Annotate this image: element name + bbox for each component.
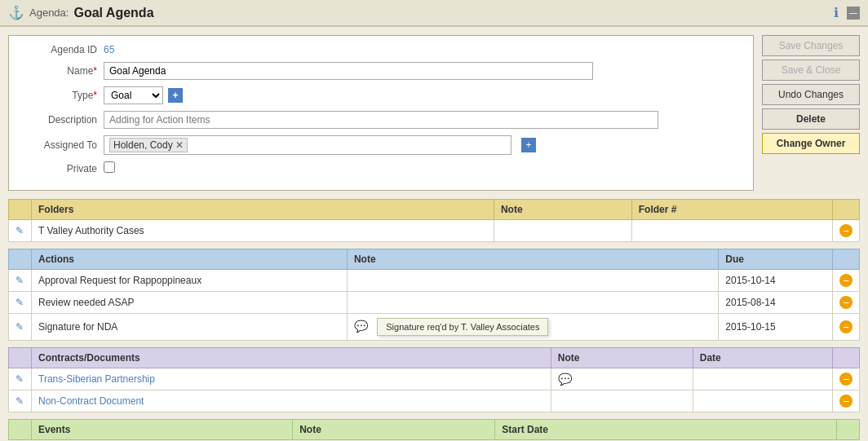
actions-table: Actions Note Due ✎ Approval Request for … <box>8 249 860 341</box>
remove-action-button[interactable]: − <box>839 320 852 333</box>
contract-date <box>693 390 832 412</box>
header-label: Agenda: <box>29 7 69 19</box>
events-table: Events Note Start Date <box>8 419 860 440</box>
action-due: 2015-10-15 <box>719 314 833 341</box>
form-section: Agenda ID 65 Name* Type* Goal Action <box>8 35 754 191</box>
actions-col-note: Note <box>347 249 718 270</box>
folders-col-note: Note <box>494 200 631 220</box>
save-changes-button[interactable]: Save Changes <box>762 35 860 56</box>
table-row: ✎ Trans-Siberian Partnership 💬 − <box>9 368 860 390</box>
tooltip-box: Signature req'd by T. Valley Associates <box>377 318 548 336</box>
app-header: ⚓ Agenda: Goal Agenda ℹ — <box>0 0 868 27</box>
assigned-tag: Holden, Cody ✕ <box>109 138 188 152</box>
action-name: Signature for NDA <box>32 314 348 341</box>
sections-area: Folders Note Folder # ✎ T Valley Authori… <box>0 199 868 441</box>
contracts-col-note: Note <box>551 348 693 368</box>
edit-icon[interactable]: ✎ <box>16 297 24 308</box>
private-checkbox[interactable] <box>104 161 115 173</box>
description-input[interactable] <box>104 111 658 129</box>
remove-folder-button[interactable]: − <box>839 224 852 237</box>
folders-col-num: Folder # <box>631 200 832 220</box>
contract-date <box>693 368 832 390</box>
folders-table: Folders Note Folder # ✎ T Valley Authori… <box>8 199 860 242</box>
remove-contract-button[interactable]: − <box>839 373 852 386</box>
events-col-name: Events <box>32 420 293 440</box>
contracts-table: Contracts/Documents Note Date ✎ Trans-Si… <box>8 347 860 412</box>
minimize-button[interactable]: — <box>847 7 860 20</box>
assigned-field: Holden, Cody ✕ <box>104 135 512 155</box>
remove-action-button[interactable]: − <box>839 296 852 309</box>
sidebar-buttons: Save Changes Save & Close Undo Changes D… <box>762 35 860 191</box>
edit-icon[interactable]: ✎ <box>16 225 24 236</box>
edit-icon[interactable]: ✎ <box>16 321 24 333</box>
action-due: 2015-08-14 <box>719 292 833 314</box>
type-select[interactable]: Goal Action Meeting <box>104 86 163 104</box>
agenda-id-row: Agenda ID 65 <box>22 44 740 55</box>
private-label: Private <box>22 163 104 174</box>
action-note: 💬 Signature req'd by T. Valley Associate… <box>347 314 718 341</box>
assigned-to-label: Assigned To <box>22 139 104 151</box>
name-label: Name* <box>22 65 104 77</box>
type-add-button[interactable]: + <box>168 88 183 103</box>
delete-button[interactable]: Delete <box>762 108 860 130</box>
edit-icon[interactable]: ✎ <box>16 373 24 385</box>
folders-col-name: Folders <box>32 200 494 220</box>
events-col-start-date: Start Date <box>495 420 837 440</box>
actions-col-name: Actions <box>32 249 348 270</box>
type-label: Type* <box>22 90 104 101</box>
private-row: Private <box>22 161 740 175</box>
info-icon: ℹ <box>834 5 839 20</box>
name-row: Name* <box>22 62 740 80</box>
actions-col-due: Due <box>719 249 833 270</box>
remove-action-button[interactable]: − <box>839 274 852 287</box>
contract-name: Non-Contract Document <box>32 390 551 412</box>
action-name: Approval Request for Rappoppineaux <box>32 270 348 292</box>
table-row: ✎ Review needed ASAP 2015-08-14 − <box>9 292 860 314</box>
note-icon[interactable]: 💬 <box>558 373 572 386</box>
table-row: ✎ T Valley Authority Cases − <box>9 220 860 242</box>
type-row: Type* Goal Action Meeting + <box>22 86 740 104</box>
remove-assigned-person[interactable]: ✕ <box>175 139 184 151</box>
save-close-button[interactable]: Save & Close <box>762 60 860 81</box>
folder-note <box>494 220 631 242</box>
change-owner-button[interactable]: Change Owner <box>762 133 860 154</box>
note-icon[interactable]: 💬 <box>354 320 368 333</box>
page-title: Goal Agenda <box>73 6 153 20</box>
contracts-col-date: Date <box>693 348 832 368</box>
events-col-note: Note <box>293 420 495 440</box>
table-row: ✎ Non-Contract Document − <box>9 390 860 412</box>
agenda-id-value: 65 <box>104 44 114 55</box>
edit-icon[interactable]: ✎ <box>16 395 24 407</box>
undo-changes-button[interactable]: Undo Changes <box>762 84 860 105</box>
folder-name: T Valley Authority Cases <box>32 220 494 242</box>
action-note <box>347 292 718 314</box>
contract-name: Trans-Siberian Partnership <box>32 368 551 390</box>
anchor-icon: ⚓ <box>8 5 24 20</box>
folder-num <box>631 220 832 242</box>
table-row: ✎ Signature for NDA 💬 Signature req'd by… <box>9 314 860 341</box>
contract-note <box>551 390 693 412</box>
edit-icon[interactable]: ✎ <box>16 275 24 286</box>
action-note <box>347 270 718 292</box>
assigned-add-button[interactable]: + <box>521 138 536 152</box>
action-name: Review needed ASAP <box>32 292 348 314</box>
action-due: 2015-10-14 <box>719 270 833 292</box>
assigned-person: Holden, Cody <box>113 139 173 151</box>
name-input[interactable] <box>104 62 593 80</box>
table-row: ✎ Approval Request for Rappoppineaux 201… <box>9 270 860 292</box>
remove-contract-button[interactable]: − <box>839 395 852 408</box>
assigned-to-row: Assigned To Holden, Cody ✕ + <box>22 135 740 155</box>
description-label: Description <box>22 114 104 126</box>
agenda-id-label: Agenda ID <box>22 44 104 55</box>
description-row: Description <box>22 111 740 129</box>
contracts-col-name: Contracts/Documents <box>32 348 551 368</box>
contract-note: 💬 <box>551 368 693 390</box>
